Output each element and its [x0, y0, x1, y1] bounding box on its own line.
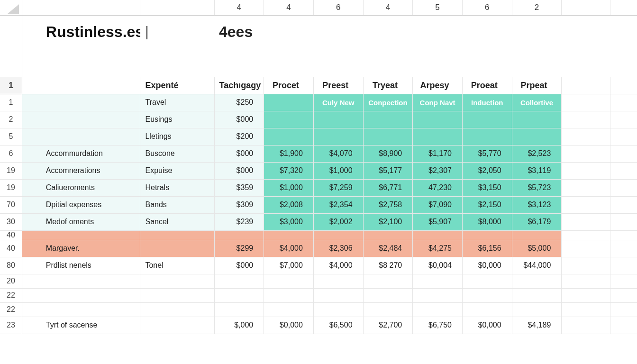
cell[interactable] [610, 94, 637, 111]
col-header[interactable]: 4 [264, 0, 314, 15]
cell-value[interactable]: $8 270 [363, 257, 413, 274]
cell-category[interactable] [22, 288, 140, 302]
table-row[interactable]: 40Margaver.$299$4,000$2,306$2,484$4,275$… [0, 240, 637, 257]
sub-header[interactable]: Conpection [363, 94, 413, 111]
cell-expente[interactable]: Lletings [140, 128, 214, 145]
cell-value[interactable] [413, 288, 463, 302]
cell-value[interactable] [363, 288, 413, 302]
cell-expente[interactable]: Travel [140, 94, 214, 111]
col-header[interactable] [22, 0, 140, 15]
cell-value[interactable]: $2,050 [462, 162, 512, 179]
cell[interactable] [562, 111, 610, 128]
cell-value[interactable]: $7,259 [313, 179, 363, 196]
row-number[interactable]: 80 [0, 257, 22, 274]
cell-value[interactable]: $2,307 [413, 162, 463, 179]
cell-value[interactable]: $2,354 [313, 196, 363, 213]
cell-value[interactable]: $2,002 [313, 213, 363, 230]
cell[interactable] [562, 15, 637, 48]
cell-category[interactable]: Medof oments [22, 213, 140, 230]
cell-value[interactable] [313, 111, 363, 128]
cell-value[interactable]: $4,189 [512, 317, 562, 334]
cell-expente[interactable]: Bands [140, 196, 214, 213]
cell-value[interactable] [413, 111, 463, 128]
cell-category[interactable] [22, 274, 140, 288]
cell-expente[interactable]: Expuise [140, 162, 214, 179]
cell-expente[interactable]: Buscone [140, 145, 214, 162]
cell-value[interactable] [313, 230, 363, 240]
cell-value[interactable]: $0,004 [413, 257, 463, 274]
cell-value[interactable]: $1,000 [313, 162, 363, 179]
cell[interactable] [610, 274, 637, 288]
cell-value[interactable]: $4,070 [313, 145, 363, 162]
cell[interactable] [562, 196, 610, 213]
cell-category[interactable]: Tyrt of sacense [22, 317, 140, 334]
header-expente[interactable]: Expenté [140, 77, 214, 94]
cell-value[interactable]: $2,306 [313, 240, 363, 257]
cell-category[interactable]: Margaver. [22, 240, 140, 257]
cell-value[interactable] [413, 274, 463, 288]
cell-tachigagy[interactable]: $000 [214, 257, 264, 274]
cell-tachigagy[interactable]: $299 [214, 240, 264, 257]
grid[interactable]: 4 4 6 4 5 6 2 Rustinless.es | 4ees 1 Exp… [0, 0, 637, 334]
cell-value[interactable]: $6,156 [462, 240, 512, 257]
cell-tachigagy[interactable]: $239 [214, 213, 264, 230]
cell-value[interactable] [462, 288, 512, 302]
cell-value[interactable] [462, 128, 512, 145]
cell-tachigagy[interactable] [214, 302, 264, 317]
row-number[interactable]: 30 [0, 213, 22, 230]
cell[interactable] [562, 257, 610, 274]
cell-value[interactable]: $0,000 [462, 317, 512, 334]
col-header[interactable] [610, 0, 637, 15]
cell[interactable] [610, 179, 637, 196]
cell-tachigagy[interactable]: $000 [214, 162, 264, 179]
cell-value[interactable]: $0,000 [264, 317, 314, 334]
cell-value[interactable] [313, 302, 363, 317]
cell-value[interactable]: $4,275 [413, 240, 463, 257]
cell-value[interactable]: $5,000 [512, 240, 562, 257]
row-number[interactable]: 6 [0, 145, 22, 162]
cell-value[interactable]: $3,119 [512, 162, 562, 179]
cell-expente[interactable] [140, 230, 214, 240]
cell-value[interactable]: $6,750 [413, 317, 463, 334]
cell-value[interactable] [313, 288, 363, 302]
header-col[interactable] [562, 77, 610, 94]
cell-expente[interactable] [140, 274, 214, 288]
cell-value[interactable] [363, 274, 413, 288]
table-row[interactable]: 2Eusings$000 [0, 111, 637, 128]
col-header[interactable] [562, 0, 610, 15]
cell-value[interactable] [413, 230, 463, 240]
table-row[interactable]: 5Lletings$200 [0, 128, 637, 145]
cell-value[interactable]: $5,770 [462, 145, 512, 162]
cell-value[interactable]: $0,000 [462, 257, 512, 274]
cell[interactable] [610, 213, 637, 230]
col-header[interactable]: 2 [512, 0, 562, 15]
col-header[interactable]: 4 [363, 0, 413, 15]
header-empty[interactable] [22, 77, 140, 94]
cell[interactable] [562, 274, 610, 288]
col-header[interactable]: 4 [214, 0, 264, 15]
row-number[interactable]: 40 [0, 240, 22, 257]
cell-value[interactable]: $6,771 [363, 179, 413, 196]
cell[interactable] [562, 162, 610, 179]
cell-tachigagy[interactable]: $000 [214, 145, 264, 162]
cell-value[interactable] [512, 302, 562, 317]
cell-value[interactable] [462, 302, 512, 317]
cell-category[interactable]: Caliueroments [22, 179, 140, 196]
cell-value[interactable] [512, 111, 562, 128]
cell-value[interactable] [264, 230, 314, 240]
cell-tachigagy[interactable]: $359 [214, 179, 264, 196]
row-number[interactable]: 1 [0, 77, 22, 94]
sub-header[interactable]: Conp Navt [413, 94, 463, 111]
cell[interactable] [562, 179, 610, 196]
table-row[interactable]: 22 [0, 288, 637, 302]
column-header-row[interactable]: 4 4 6 4 5 6 2 [0, 0, 637, 15]
cell-value[interactable]: $8,900 [363, 145, 413, 162]
cell-tachigagy[interactable] [214, 274, 264, 288]
row-number[interactable]: 20 [0, 274, 22, 288]
cell-value[interactable]: $2,758 [363, 196, 413, 213]
cell-tachigagy[interactable]: $309 [214, 196, 264, 213]
table-row[interactable]: 19CaliueromentsHetrals$359$1,000$7,259$6… [0, 179, 637, 196]
cell-value[interactable] [363, 230, 413, 240]
cell-tachigagy[interactable] [214, 230, 264, 240]
row-number[interactable]: 2 [0, 111, 22, 128]
